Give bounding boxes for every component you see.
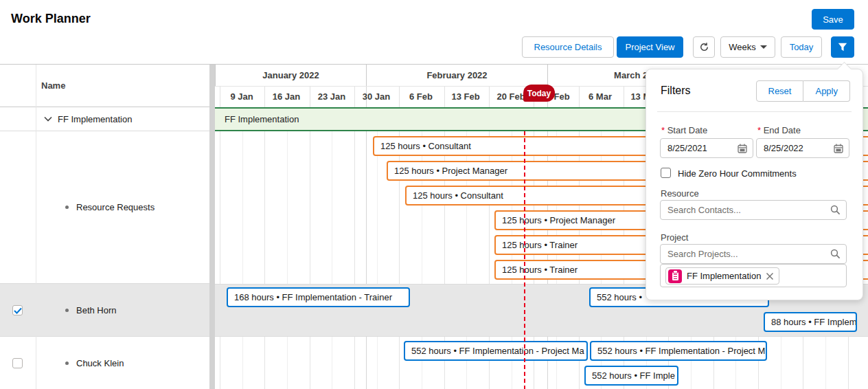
- end-date-value: 8/25/2022: [764, 143, 834, 153]
- gantt-bar-label: 552 hours • FF Imple: [592, 370, 675, 381]
- today-badge: Today: [523, 85, 555, 102]
- work-planner-app: Work Planner Save Resource Details Proje…: [0, 0, 868, 389]
- view-mode-value: Weeks: [729, 42, 756, 52]
- row-checkbox[interactable]: [12, 358, 23, 368]
- week-header: 9 Jan: [219, 86, 264, 107]
- month-header: January 2022: [215, 65, 366, 86]
- gridline: [264, 107, 265, 389]
- week-header: 13 Feb: [443, 86, 488, 107]
- resource-label: Resource: [661, 188, 699, 199]
- project-record-icon: [668, 269, 682, 283]
- name-header-label: Name: [41, 80, 65, 91]
- calendar-icon[interactable]: [738, 144, 747, 153]
- today-line: [524, 131, 525, 389]
- gantt-bar-label: 168 hours • FF Implementation - Trainer: [234, 292, 392, 302]
- gridline: [332, 107, 332, 389]
- today-button[interactable]: Today: [781, 36, 822, 58]
- end-date-field[interactable]: 8/25/2022: [756, 138, 849, 158]
- start-date-field[interactable]: 8/25/2021: [660, 138, 753, 158]
- pill-label: FF Implementation: [687, 271, 761, 281]
- row-chuck-klein[interactable]: Chuck Klein: [0, 337, 209, 389]
- gantt-bar-label: 88 hours • FF Implem: [771, 317, 856, 327]
- page-title: Work Planner: [11, 12, 91, 26]
- filters-actions: Reset Apply: [756, 80, 851, 102]
- gridline: [220, 107, 220, 389]
- month-boundary-line: [366, 86, 367, 389]
- refresh-button[interactable]: [693, 36, 715, 58]
- checkbox-column-divider: [36, 65, 36, 389]
- hide-zero-checkbox[interactable]: [661, 168, 671, 178]
- magnifier-icon: [830, 249, 841, 259]
- project-view-button[interactable]: Project View: [617, 36, 683, 58]
- filter-button[interactable]: [831, 36, 854, 58]
- project-placeholder: Search Projects...: [667, 249, 830, 259]
- divider: [657, 111, 852, 112]
- row-label: FF Implementation: [58, 114, 132, 124]
- week-header: 6 Mar: [578, 86, 623, 107]
- selected-projects-box: FF Implementation: [660, 264, 847, 287]
- gridline: [242, 107, 243, 389]
- panel-splitter[interactable]: [209, 65, 215, 389]
- gantt-bar-label: 125 hours • Trainer: [502, 240, 578, 250]
- hide-zero-label: Hide Zero Hour Commitments: [678, 168, 797, 179]
- gantt-bar-label: 552 hours • FF Implementation - Project …: [411, 346, 584, 356]
- name-panel: Name FF Implementation Resource Requests: [0, 65, 209, 389]
- name-column-header: Name: [0, 65, 209, 107]
- gantt-bar-label: 125 hours • Consultant: [380, 141, 471, 151]
- gantt-bar[interactable]: 88 hours • FF Implem: [764, 312, 857, 332]
- magnifier-icon: [830, 205, 841, 215]
- gantt-bar-label: 125 hours • Trainer: [502, 265, 578, 275]
- gantt-bar[interactable]: 168 hours • FF Implementation - Trainer: [227, 287, 410, 307]
- gantt-bar-label: 125 hours • Consultant: [413, 190, 503, 201]
- row-beth-horn[interactable]: Beth Horn: [0, 284, 209, 337]
- gantt-bar[interactable]: 552 hours • FF Implementation - Project …: [404, 341, 588, 361]
- row-label: Chuck Klein: [76, 358, 124, 368]
- gantt-bar-label: 125 hours • Project Manager: [502, 215, 615, 225]
- resource-placeholder: Search Contacts...: [667, 205, 830, 215]
- gridline: [287, 107, 288, 389]
- resource-details-button[interactable]: Resource Details: [522, 36, 614, 58]
- refresh-icon: [699, 42, 709, 52]
- project-band-label: FF Implementation: [225, 114, 299, 124]
- apply-button[interactable]: Apply: [803, 80, 850, 102]
- project-search-input[interactable]: Search Projects...: [660, 244, 847, 264]
- bullet-icon: [65, 362, 69, 365]
- reset-button[interactable]: Reset: [756, 80, 804, 102]
- filters-panel: Filters Reset Apply Start Date End Date …: [646, 69, 863, 300]
- project-label: Project: [661, 232, 688, 243]
- row-label: Resource Requests: [76, 202, 155, 212]
- gantt-bar[interactable]: 552 hours • FF Imple: [584, 366, 678, 386]
- view-mode-dropdown[interactable]: Weeks: [720, 36, 775, 58]
- chevron-down-icon: [760, 45, 767, 49]
- row-resource-requests[interactable]: Resource Requests: [0, 131, 209, 284]
- checkmark-icon: [14, 307, 22, 314]
- start-date-value: 8/25/2021: [667, 143, 738, 153]
- week-header: 30 Jan: [354, 86, 399, 107]
- row-label: Beth Horn: [76, 305, 117, 315]
- funnel-icon: [838, 43, 847, 52]
- gantt-bar[interactable]: 552 hours • FF Implementation - Project …: [590, 341, 767, 361]
- resource-search-input[interactable]: Search Contacts...: [660, 200, 847, 220]
- bullet-icon: [65, 309, 69, 312]
- filters-title: Filters: [661, 85, 691, 97]
- gantt-bar-label: 552 hours •: [597, 292, 642, 302]
- week-header: 6 Feb: [398, 86, 444, 107]
- gantt-bar-label: 125 hours • Project Manager: [394, 166, 507, 176]
- project-pill[interactable]: FF Implementation: [665, 267, 779, 285]
- gridline: [354, 107, 355, 389]
- save-button[interactable]: Save: [812, 9, 854, 30]
- month-header: February 2022: [366, 65, 547, 86]
- gantt-bar-label: 552 hours • FF Implementation - Project …: [597, 346, 765, 356]
- start-date-label: Start Date: [661, 125, 707, 135]
- week-header: 23 Jan: [309, 86, 354, 107]
- chevron-down-icon[interactable]: [44, 116, 52, 122]
- gridline: [310, 107, 310, 389]
- close-x-icon[interactable]: [766, 272, 774, 280]
- row-checkbox[interactable]: [12, 305, 23, 315]
- end-date-label: End Date: [757, 125, 801, 135]
- row-ff-implementation[interactable]: FF Implementation: [0, 107, 209, 131]
- bullet-icon: [65, 205, 69, 209]
- calendar-icon[interactable]: [834, 144, 843, 153]
- week-header: 16 Jan: [264, 86, 309, 107]
